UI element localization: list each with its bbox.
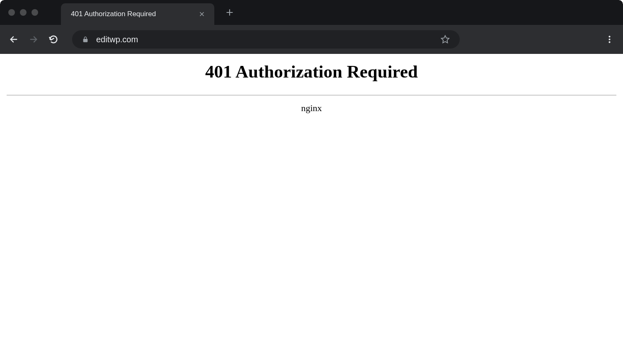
window-minimize-button[interactable]	[20, 9, 27, 16]
back-button[interactable]	[7, 33, 20, 46]
browser-tab[interactable]: 401 Authorization Required	[61, 3, 214, 25]
window-close-button[interactable]	[8, 9, 15, 16]
browser-window: 401 Authorization Required	[0, 0, 623, 364]
reload-button[interactable]	[47, 33, 60, 46]
url-input[interactable]: editwp.com	[96, 35, 441, 44]
error-heading: 401 Authorization Required	[205, 61, 418, 82]
svg-point-7	[608, 36, 610, 37]
browser-menu-button[interactable]	[603, 33, 616, 46]
window-maximize-button[interactable]	[32, 9, 38, 16]
tab-strip: 401 Authorization Required	[61, 0, 236, 25]
forward-button[interactable]	[27, 33, 40, 46]
tab-title: 401 Authorization Required	[71, 10, 194, 18]
bookmark-star-icon[interactable]	[441, 35, 450, 44]
close-tab-button[interactable]	[197, 9, 207, 19]
address-bar[interactable]: editwp.com	[72, 30, 460, 49]
divider	[7, 95, 616, 95]
server-signature: nginx	[301, 103, 322, 114]
browser-toolbar: editwp.com	[0, 25, 623, 54]
title-bar: 401 Authorization Required	[0, 0, 623, 25]
page-content: 401 Authorization Required nginx	[0, 54, 623, 364]
svg-point-9	[608, 41, 610, 43]
new-tab-button[interactable]	[223, 6, 236, 19]
svg-marker-6	[441, 36, 449, 43]
window-controls	[8, 9, 38, 16]
lock-icon	[82, 36, 89, 43]
svg-point-8	[608, 39, 610, 40]
